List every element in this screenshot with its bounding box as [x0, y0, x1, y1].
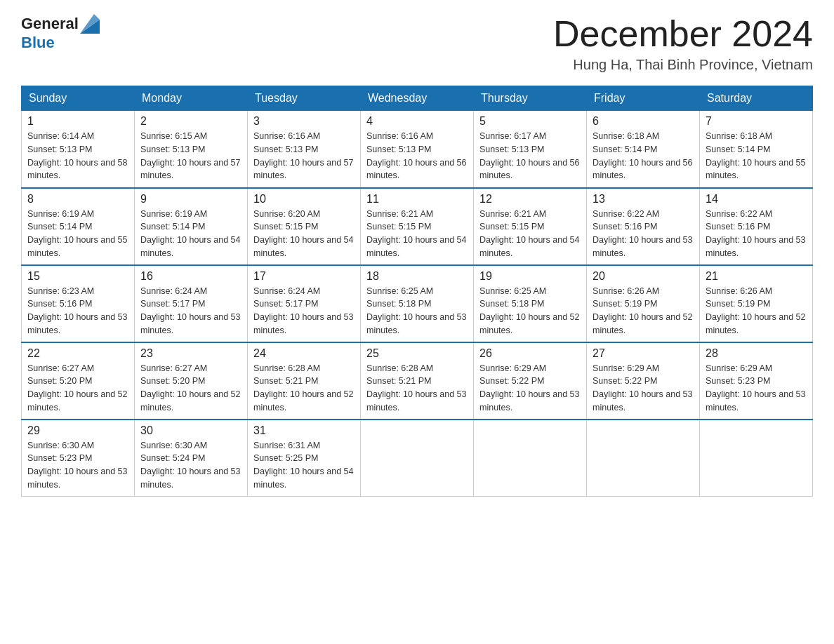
calendar-cell: 13Sunrise: 6:22 AMSunset: 5:16 PMDayligh…: [587, 188, 700, 265]
day-info: Sunrise: 6:28 AMSunset: 5:21 PMDaylight:…: [366, 362, 468, 415]
day-number: 12: [479, 193, 581, 206]
day-number: 11: [366, 193, 468, 206]
day-info: Sunrise: 6:24 AMSunset: 5:17 PMDaylight:…: [140, 285, 241, 337]
calendar-cell: 10Sunrise: 6:20 AMSunset: 5:15 PMDayligh…: [248, 188, 361, 265]
day-number: 7: [706, 115, 807, 128]
calendar-cell: 15Sunrise: 6:23 AMSunset: 5:16 PMDayligh…: [22, 265, 135, 342]
calendar-cell: 27Sunrise: 6:29 AMSunset: 5:22 PMDayligh…: [587, 342, 700, 420]
month-title: December 2024: [553, 14, 813, 54]
day-number: 21: [706, 270, 807, 283]
calendar-cell: 30Sunrise: 6:30 AMSunset: 5:24 PMDayligh…: [135, 420, 248, 497]
calendar-week-row: 29Sunrise: 6:30 AMSunset: 5:23 PMDayligh…: [22, 420, 813, 497]
day-number: 1: [27, 115, 128, 128]
day-info: Sunrise: 6:21 AMSunset: 5:15 PMDaylight:…: [479, 208, 581, 260]
day-number: 5: [479, 115, 581, 128]
day-info: Sunrise: 6:29 AMSunset: 5:22 PMDaylight:…: [479, 362, 581, 415]
day-info: Sunrise: 6:30 AMSunset: 5:23 PMDaylight:…: [27, 439, 128, 492]
page-header: General Blue December 2024 Hung Ha, Thai…: [21, 14, 813, 73]
day-number: 4: [366, 115, 468, 128]
day-info: Sunrise: 6:15 AMSunset: 5:13 PMDaylight:…: [140, 130, 241, 182]
day-number: 9: [140, 193, 241, 206]
logo: General Blue: [21, 14, 100, 52]
day-number: 30: [140, 424, 241, 437]
calendar-cell: 28Sunrise: 6:29 AMSunset: 5:23 PMDayligh…: [700, 342, 813, 420]
day-number: 24: [253, 347, 355, 360]
day-number: 10: [253, 193, 355, 206]
day-number: 6: [593, 115, 694, 128]
day-info: Sunrise: 6:14 AMSunset: 5:13 PMDaylight:…: [27, 130, 128, 182]
day-info: Sunrise: 6:27 AMSunset: 5:20 PMDaylight:…: [140, 362, 241, 415]
calendar-cell: 23Sunrise: 6:27 AMSunset: 5:20 PMDayligh…: [135, 342, 248, 420]
day-number: 22: [27, 347, 128, 360]
day-info: Sunrise: 6:29 AMSunset: 5:23 PMDaylight:…: [706, 362, 807, 415]
day-info: Sunrise: 6:17 AMSunset: 5:13 PMDaylight:…: [479, 130, 581, 182]
day-info: Sunrise: 6:25 AMSunset: 5:18 PMDaylight:…: [366, 285, 468, 337]
weekday-header-row: SundayMondayTuesdayWednesdayThursdayFrid…: [22, 86, 813, 111]
logo-blue-text: Blue: [21, 34, 55, 52]
calendar-cell: 17Sunrise: 6:24 AMSunset: 5:17 PMDayligh…: [248, 265, 361, 342]
calendar-cell: 6Sunrise: 6:18 AMSunset: 5:14 PMDaylight…: [587, 111, 700, 188]
day-info: Sunrise: 6:28 AMSunset: 5:21 PMDaylight:…: [253, 362, 355, 415]
day-number: 15: [27, 270, 128, 283]
day-number: 16: [140, 270, 241, 283]
weekday-header-saturday: Saturday: [700, 86, 813, 111]
calendar-cell: 25Sunrise: 6:28 AMSunset: 5:21 PMDayligh…: [361, 342, 474, 420]
calendar-week-row: 1Sunrise: 6:14 AMSunset: 5:13 PMDaylight…: [22, 111, 813, 188]
day-info: Sunrise: 6:26 AMSunset: 5:19 PMDaylight:…: [593, 285, 694, 337]
calendar-cell: 31Sunrise: 6:31 AMSunset: 5:25 PMDayligh…: [248, 420, 361, 497]
day-info: Sunrise: 6:18 AMSunset: 5:14 PMDaylight:…: [593, 130, 694, 182]
calendar-cell: 19Sunrise: 6:25 AMSunset: 5:18 PMDayligh…: [474, 265, 587, 342]
weekday-header-wednesday: Wednesday: [361, 86, 474, 111]
location-subtitle: Hung Ha, Thai Binh Province, Vietnam: [553, 57, 813, 73]
calendar-week-row: 15Sunrise: 6:23 AMSunset: 5:16 PMDayligh…: [22, 265, 813, 342]
weekday-header-tuesday: Tuesday: [248, 86, 361, 111]
day-info: Sunrise: 6:23 AMSunset: 5:16 PMDaylight:…: [27, 285, 128, 337]
calendar-cell: 4Sunrise: 6:16 AMSunset: 5:13 PMDaylight…: [361, 111, 474, 188]
calendar-cell: 18Sunrise: 6:25 AMSunset: 5:18 PMDayligh…: [361, 265, 474, 342]
calendar-cell: 20Sunrise: 6:26 AMSunset: 5:19 PMDayligh…: [587, 265, 700, 342]
day-info: Sunrise: 6:18 AMSunset: 5:14 PMDaylight:…: [706, 130, 807, 182]
calendar-cell: 21Sunrise: 6:26 AMSunset: 5:19 PMDayligh…: [700, 265, 813, 342]
day-number: 25: [366, 347, 468, 360]
day-number: 18: [366, 270, 468, 283]
day-number: 8: [27, 193, 128, 206]
day-info: Sunrise: 6:25 AMSunset: 5:18 PMDaylight:…: [479, 285, 581, 337]
day-info: Sunrise: 6:29 AMSunset: 5:22 PMDaylight:…: [593, 362, 694, 415]
day-number: 27: [593, 347, 694, 360]
day-info: Sunrise: 6:22 AMSunset: 5:16 PMDaylight:…: [593, 208, 694, 260]
calendar-cell: [361, 420, 474, 497]
calendar-cell: [474, 420, 587, 497]
calendar-week-row: 8Sunrise: 6:19 AMSunset: 5:14 PMDaylight…: [22, 188, 813, 265]
day-info: Sunrise: 6:21 AMSunset: 5:15 PMDaylight:…: [366, 208, 468, 260]
day-info: Sunrise: 6:19 AMSunset: 5:14 PMDaylight:…: [27, 208, 128, 260]
calendar-cell: 12Sunrise: 6:21 AMSunset: 5:15 PMDayligh…: [474, 188, 587, 265]
day-number: 13: [593, 193, 694, 206]
calendar-cell: 9Sunrise: 6:19 AMSunset: 5:14 PMDaylight…: [135, 188, 248, 265]
day-info: Sunrise: 6:16 AMSunset: 5:13 PMDaylight:…: [366, 130, 468, 182]
day-info: Sunrise: 6:16 AMSunset: 5:13 PMDaylight:…: [253, 130, 355, 182]
calendar-cell: 24Sunrise: 6:28 AMSunset: 5:21 PMDayligh…: [248, 342, 361, 420]
calendar-cell: 22Sunrise: 6:27 AMSunset: 5:20 PMDayligh…: [22, 342, 135, 420]
calendar-cell: [587, 420, 700, 497]
day-number: 31: [253, 424, 355, 437]
logo-general-text: General: [21, 15, 79, 33]
title-area: December 2024 Hung Ha, Thai Binh Provinc…: [553, 14, 813, 73]
calendar-cell: 14Sunrise: 6:22 AMSunset: 5:16 PMDayligh…: [700, 188, 813, 265]
day-number: 3: [253, 115, 355, 128]
day-info: Sunrise: 6:24 AMSunset: 5:17 PMDaylight:…: [253, 285, 355, 337]
weekday-header-monday: Monday: [135, 86, 248, 111]
calendar-cell: 16Sunrise: 6:24 AMSunset: 5:17 PMDayligh…: [135, 265, 248, 342]
day-number: 20: [593, 270, 694, 283]
day-info: Sunrise: 6:26 AMSunset: 5:19 PMDaylight:…: [706, 285, 807, 337]
calendar-cell: [700, 420, 813, 497]
calendar-week-row: 22Sunrise: 6:27 AMSunset: 5:20 PMDayligh…: [22, 342, 813, 420]
calendar-cell: 3Sunrise: 6:16 AMSunset: 5:13 PMDaylight…: [248, 111, 361, 188]
calendar-cell: 26Sunrise: 6:29 AMSunset: 5:22 PMDayligh…: [474, 342, 587, 420]
day-number: 2: [140, 115, 241, 128]
calendar-cell: 29Sunrise: 6:30 AMSunset: 5:23 PMDayligh…: [22, 420, 135, 497]
calendar-cell: 2Sunrise: 6:15 AMSunset: 5:13 PMDaylight…: [135, 111, 248, 188]
day-number: 26: [479, 347, 581, 360]
day-info: Sunrise: 6:30 AMSunset: 5:24 PMDaylight:…: [140, 439, 241, 492]
calendar-cell: 5Sunrise: 6:17 AMSunset: 5:13 PMDaylight…: [474, 111, 587, 188]
weekday-header-sunday: Sunday: [22, 86, 135, 111]
